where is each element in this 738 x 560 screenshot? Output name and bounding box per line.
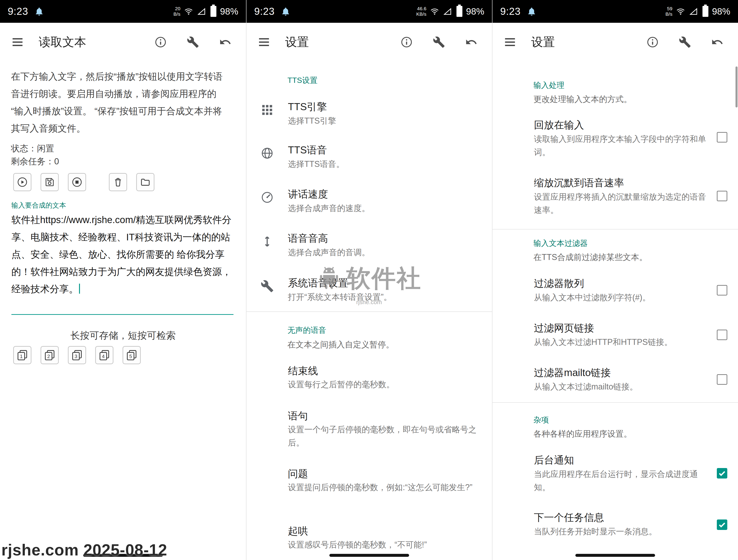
pref-tts-engine-title[interactable]: TTS引擎: [288, 100, 327, 114]
svg-text:2: 2: [47, 354, 50, 359]
pref-filter-hash-title[interactable]: 过滤器散列: [534, 277, 584, 290]
screen-settings-input: 9:23 59 B/s 98% 设置 输入处理 更改处理输入文本的方式。 回放在…: [492, 0, 738, 560]
checkbox-next-task-message[interactable]: [717, 520, 727, 530]
delete-button[interactable]: [109, 173, 127, 191]
undo-icon[interactable]: [465, 36, 477, 48]
divider: [247, 312, 492, 312]
page-title: 设置: [285, 34, 309, 50]
pref-exclamation-title[interactable]: 起哄: [288, 525, 308, 538]
pref-scale-silence-title[interactable]: 缩放沉默到语音速率: [534, 176, 624, 190]
pref-next-task-message-subtitle: 当队列任务开始时显示一条消息。: [534, 525, 710, 538]
undo-icon[interactable]: [711, 36, 723, 48]
pref-question-title[interactable]: 问题: [288, 467, 308, 481]
pref-system-tts-subtitle: 打开“系统文本转语音设置”。: [288, 291, 481, 304]
pref-end-of-line-subtitle: 设置每行之后暂停的毫秒数。: [288, 378, 481, 391]
signal-triangle-icon: [443, 7, 452, 16]
status-bar: 9:23 46.6 KB/s 98%: [247, 0, 492, 23]
tts-input-text: 软件社https://www.rjshe.com/精选互联网优秀软件分享、电脑技…: [11, 214, 232, 294]
battery-icon: [211, 6, 217, 17]
memory-slot-4-button[interactable]: 4: [95, 346, 113, 364]
brand-watermark-text: 软件社: [346, 262, 422, 295]
trash-icon: [112, 177, 123, 187]
stop-button[interactable]: [68, 173, 86, 191]
appbar-actions: [647, 36, 727, 48]
network-speed-value: 59: [667, 6, 672, 11]
memory-slot-1-button[interactable]: 1: [13, 346, 31, 364]
pref-background-notification-subtitle: 当此应用程序在后台运行时，显示合成进度通知。: [534, 468, 710, 494]
checkbox-filter-mailto[interactable]: [717, 374, 727, 385]
pref-speak-while-typing-title[interactable]: 回放在输入: [534, 118, 584, 132]
undo-icon[interactable]: [219, 36, 232, 48]
gesture-bar[interactable]: [576, 554, 655, 557]
status-right-cluster: 46.6 KB/s 98%: [416, 6, 484, 17]
info-icon[interactable]: [400, 36, 413, 48]
pref-next-task-message-title[interactable]: 下一个任务信息: [534, 511, 604, 524]
slot-4-icon: 4: [98, 349, 110, 361]
pref-background-notification-title[interactable]: 后台通知: [534, 454, 574, 467]
pitch-icon: [261, 235, 274, 248]
input-field-label: 输入要合成的文本: [11, 201, 66, 210]
checkbox-scale-silence[interactable]: [717, 191, 727, 201]
stop-icon: [71, 177, 82, 187]
checkbox-filter-hash[interactable]: [717, 285, 727, 296]
divider: [492, 229, 738, 229]
appbar-actions: [154, 36, 235, 48]
pref-tts-voice-subtitle: 选择TTS语音。: [288, 157, 481, 171]
wifi-icon: [184, 7, 193, 16]
appbar-actions: [400, 36, 481, 48]
pref-sentence-subtitle: 设置一个句子后停顿的毫秒数，即在句号或省略号之后。: [288, 423, 481, 449]
pref-filter-mailto-subtitle: 从输入文本过滤mailto链接。: [534, 380, 710, 393]
pref-speech-rate-title[interactable]: 讲话速度: [288, 187, 328, 201]
slot-3-icon: 3: [71, 349, 83, 361]
grid-icon: [261, 103, 274, 116]
wifi-icon: [430, 7, 439, 16]
gesture-bar[interactable]: [329, 554, 409, 557]
pref-pitch-subtitle: 选择合成声音的音调。: [288, 246, 481, 259]
pref-filter-mailto-title[interactable]: 过滤器mailto链接: [534, 366, 611, 380]
pref-filter-web-links-subtitle: 从输入文本过滤HTTP和HTTPS链接。: [534, 336, 710, 349]
memory-slot-2-button[interactable]: 2: [41, 346, 59, 364]
pref-end-of-line-title[interactable]: 结束线: [288, 364, 318, 378]
instructions-text: 在下方输入文字，然后按“播放”按钮以使用文字转语音进行朗读。要启用自动播放，请参…: [11, 68, 226, 137]
notification-bell-icon: [34, 6, 44, 16]
menu-icon[interactable]: [503, 35, 516, 49]
tts-text-input[interactable]: 软件社https://www.rjshe.com/精选互联网优秀软件分享、电脑技…: [11, 211, 234, 315]
network-speed: 20 B/s: [173, 6, 180, 17]
wrench-icon[interactable]: [433, 36, 445, 48]
page-title: 读取文本: [39, 34, 86, 50]
battery-percent: 98%: [466, 6, 484, 17]
network-speed-value: 20: [175, 6, 180, 11]
open-file-button[interactable]: [136, 173, 154, 191]
network-speed-unit: B/s: [173, 11, 180, 17]
status-right-cluster: 59 B/s 98%: [666, 6, 730, 17]
checkbox-background-notification[interactable]: [717, 468, 727, 479]
pref-pitch-title[interactable]: 语音音高: [288, 232, 328, 245]
pref-speech-rate-subtitle: 选择合成声音的速度。: [288, 202, 481, 215]
section-misc-subtitle: 各种各样的应用程序设置。: [533, 428, 725, 440]
wrench-icon[interactable]: [187, 36, 199, 48]
pref-sentence-title[interactable]: 语句: [288, 409, 308, 423]
battery-percent: 98%: [220, 6, 238, 17]
memory-slot-3-button[interactable]: 3: [68, 346, 86, 364]
status-bar: 9:23 20 B/s 98%: [0, 0, 246, 23]
page-title: 设置: [531, 34, 555, 50]
screen-read-text: 9:23 20 B/s 98% 读取文本 在下方输入文字，然后按“播放”按钮以使…: [0, 0, 246, 560]
wrench-icon[interactable]: [679, 36, 691, 48]
info-icon[interactable]: [647, 36, 659, 48]
memory-slot-5-button[interactable]: 5: [122, 346, 141, 364]
pref-speak-while-typing-subtitle: 读取输入到应用程序文本输入字段中的字符和单词。: [534, 132, 710, 159]
save-button[interactable]: [41, 173, 59, 191]
info-icon[interactable]: [154, 36, 167, 48]
pref-filter-web-links-title[interactable]: 过滤网页链接: [534, 322, 594, 335]
checkbox-filter-web-links[interactable]: [717, 330, 727, 340]
play-button[interactable]: [13, 173, 31, 191]
pref-tts-voice-title[interactable]: TTS语音: [288, 143, 327, 157]
scrollbar[interactable]: [735, 66, 738, 107]
pref-system-tts-title[interactable]: 系统语音设置: [288, 276, 348, 290]
tasks-remaining-label: 剩余任务：0: [11, 155, 59, 168]
checkbox-speak-while-typing[interactable]: [717, 132, 727, 142]
menu-icon[interactable]: [257, 35, 271, 49]
network-speed-unit: KB/s: [416, 11, 426, 17]
app-bar: 读取文本: [0, 23, 246, 61]
menu-icon[interactable]: [11, 35, 24, 49]
